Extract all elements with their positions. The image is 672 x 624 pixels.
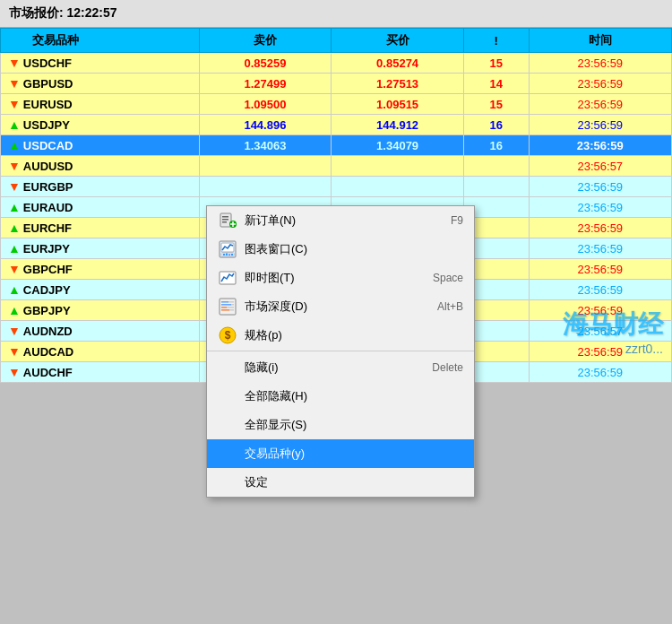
- time-cell: 23:56:59: [529, 259, 671, 280]
- arrow-up-icon: ▲: [8, 138, 21, 152]
- arrow-up-icon: ▲: [8, 241, 21, 256]
- symbol-name: EURCHF: [23, 221, 72, 235]
- arrow-down-icon: ▼: [8, 97, 21, 111]
- time-cell: 23:56:59: [529, 362, 671, 383]
- symbol-cell[interactable]: ▲ CADJPY: [1, 280, 200, 300]
- col-symbol: 交易品种: [1, 29, 200, 53]
- ctx-item-hide-all[interactable]: 全部隐藏(H): [207, 382, 474, 411]
- ctx-item-spec[interactable]: $ 规格(p): [207, 321, 474, 351]
- sell-price: 144.896: [199, 115, 332, 135]
- time-cell: 23:56:57: [529, 156, 671, 177]
- ctx-item-settings[interactable]: 设定: [207, 468, 474, 497]
- svg-rect-24: [221, 309, 229, 311]
- symbol-cell[interactable]: ▲ EURCHF: [1, 218, 200, 238]
- sell-price: 0.85259: [199, 53, 332, 74]
- spec-icon: $: [218, 325, 237, 345]
- ctx-item-quick-chart[interactable]: 即时图(T) Space: [207, 264, 474, 292]
- buy-price: [332, 177, 464, 197]
- svg-rect-11: [223, 254, 225, 256]
- context-menu: 新订单(N) F9 图表窗口(C) 即时图(T) Space 市场深度(D) A…: [206, 205, 475, 498]
- buy-price: [332, 156, 464, 177]
- time-cell: 23:56:59: [529, 342, 671, 362]
- col-sell: 卖价: [199, 29, 332, 53]
- symbol-cell[interactable]: ▼ AUDCAD: [1, 342, 200, 362]
- symbol-cell[interactable]: ▼ GBPCHF: [1, 259, 200, 280]
- arrow-up-icon: ▲: [8, 117, 21, 132]
- table-row[interactable]: ▼ AUDUSD 23:56:57: [1, 156, 672, 177]
- buy-price: 1.34079: [332, 135, 464, 156]
- ctx-shortcut-hide: Delete: [432, 361, 463, 374]
- symbol-cell[interactable]: ▲ USDCAD: [1, 135, 200, 156]
- arrow-up-icon: ▲: [8, 303, 21, 317]
- arrow-down-icon: ▼: [8, 324, 21, 338]
- ctx-item-show-all[interactable]: 全部显示(S): [207, 411, 474, 439]
- arrow-down-icon: ▼: [8, 76, 21, 91]
- none-icon: [218, 415, 237, 435]
- col-time: 时间: [529, 29, 671, 53]
- table-header-row: 交易品种 卖价 买价 ! 时间: [1, 29, 672, 53]
- ctx-shortcut-quick-chart: Space: [433, 272, 463, 284]
- ctx-label-hide-all: 全部隐藏(H): [245, 388, 463, 404]
- symbol-cell[interactable]: ▼ EURUSD: [1, 94, 200, 115]
- time-cell: 23:56:57: [529, 321, 671, 342]
- symbol-name: CADJPY: [23, 283, 71, 297]
- ctx-item-new-order[interactable]: 新订单(N) F9: [207, 206, 474, 235]
- table-row[interactable]: ▼ EURGBP 23:56:59: [1, 177, 672, 197]
- points: 15: [463, 53, 529, 74]
- points: 16: [463, 115, 529, 135]
- arrow-down-icon: ▼: [8, 365, 21, 379]
- time-cell: 23:56:59: [529, 197, 671, 218]
- buy-price: 0.85274: [332, 53, 464, 74]
- symbol-cell[interactable]: ▼ AUDCHF: [1, 362, 200, 383]
- col-buy: 买价: [332, 29, 464, 53]
- table-row[interactable]: ▼ GBPUSD 1.27499 1.27513 14 23:56:59: [1, 74, 672, 94]
- symbol-name: GBPCHF: [23, 263, 73, 276]
- symbol-name: GBPJPY: [23, 304, 71, 317]
- table-row[interactable]: ▲ USDJPY 144.896 144.912 16 23:56:59: [1, 115, 672, 135]
- arrow-down-icon: ▼: [8, 159, 21, 173]
- arrow-down-icon: ▼: [8, 262, 21, 276]
- arrow-down-icon: ▼: [8, 179, 21, 194]
- buy-price: 1.27513: [332, 74, 464, 94]
- symbol-name: AUDNZD: [23, 325, 73, 338]
- svg-rect-22: [221, 304, 231, 306]
- symbol-name: AUDCHF: [23, 366, 73, 379]
- time-cell: 23:56:59: [529, 115, 671, 135]
- title-bar: 市场报价: 12:22:57: [0, 0, 672, 28]
- ctx-item-chart-window[interactable]: 图表窗口(C): [207, 235, 474, 264]
- title-text: 市场报价: 12:22:57: [9, 5, 117, 20]
- svg-rect-14: [231, 254, 233, 256]
- symbol-cell[interactable]: ▼ GBPUSD: [1, 74, 200, 94]
- time-cell: 23:56:59: [529, 94, 671, 115]
- sell-price: [199, 156, 332, 177]
- symbol-cell[interactable]: ▲ EURAUD: [1, 197, 200, 218]
- svg-rect-1: [222, 216, 228, 218]
- symbol-cell[interactable]: ▼ AUDUSD: [1, 156, 200, 177]
- symbol-cell[interactable]: ▼ EURGBP: [1, 177, 200, 197]
- symbol-name: AUDCAD: [23, 345, 73, 359]
- table-row[interactable]: ▼ EURUSD 1.09500 1.09515 15 23:56:59: [1, 94, 672, 115]
- time-cell: 23:56:59: [529, 74, 671, 94]
- table-row[interactable]: ▼ USDCHF 0.85259 0.85274 15 23:56:59: [1, 53, 672, 74]
- symbol-name: AUDUSD: [23, 160, 73, 173]
- sell-price: 1.09500: [199, 94, 332, 115]
- symbol-cell[interactable]: ▼ AUDNZD: [1, 321, 200, 342]
- svg-rect-2: [222, 219, 228, 221]
- table-row[interactable]: ▲ USDCAD 1.34063 1.34079 16 23:56:59: [1, 135, 672, 156]
- ctx-label-spec: 规格(p): [245, 327, 463, 343]
- depth-icon: [218, 297, 237, 316]
- sell-price: 1.27499: [199, 74, 332, 94]
- symbol-cell[interactable]: ▲ GBPJPY: [1, 300, 200, 321]
- symbol-cell[interactable]: ▼ USDCHF: [1, 53, 200, 74]
- arrow-up-icon: ▲: [8, 200, 21, 214]
- sell-price: [199, 177, 332, 197]
- time-cell: 23:56:59: [529, 53, 671, 74]
- ctx-item-hide[interactable]: 隐藏(i) Delete: [207, 353, 474, 382]
- time-cell: 23:56:59: [529, 280, 671, 300]
- ctx-item-trade-symbol[interactable]: 交易品种(y): [207, 439, 474, 468]
- symbol-cell[interactable]: ▲ USDJPY: [1, 115, 200, 135]
- ctx-item-market-depth[interactable]: 市场深度(D) Alt+B: [207, 292, 474, 321]
- sell-price: 1.34063: [199, 135, 332, 156]
- symbol-cell[interactable]: ▲ EURJPY: [1, 238, 200, 259]
- symbol-name: EURAUD: [23, 201, 73, 214]
